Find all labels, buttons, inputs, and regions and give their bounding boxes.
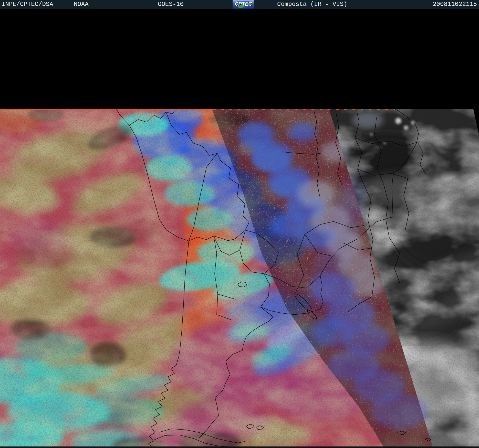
header-bar: INPE/CPTEC/DSA NOAA GOES-10 CPTEC Compos… (0, 0, 479, 9)
cptec-logo-text: CPTEC (233, 1, 254, 7)
header-agency: INPE/CPTEC/DSA (2, 1, 53, 8)
satellite-product-view: INPE/CPTEC/DSA NOAA GOES-10 CPTEC Compos… (0, 0, 479, 448)
satellite-composite-image (0, 109, 479, 448)
header-product: Composta (IR - VIS) (277, 1, 347, 8)
swath-bottom-edge (0, 446, 479, 448)
cptec-logo: CPTEC (233, 0, 254, 9)
header-source: NOAA (74, 1, 89, 8)
header-timestamp: 200811022115 (433, 1, 477, 8)
header-satellite: GOES-10 (158, 1, 184, 8)
